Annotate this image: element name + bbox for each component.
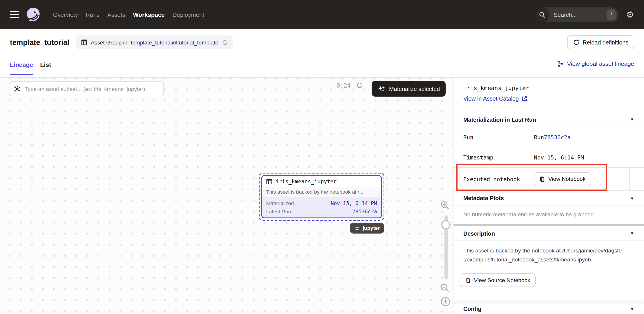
- nav-menu: Overview Runs Assets Workspace Deploymen…: [53, 11, 204, 18]
- view-in-asset-catalog-label: View in Asset Catalog: [463, 96, 519, 102]
- row-key: Timestamp: [454, 147, 528, 167]
- asset-subset-input[interactable]: [24, 85, 159, 92]
- sidebar-header: iris_kmeans_jupyter View in Asset Catalo…: [454, 78, 644, 112]
- nav-item-deployment[interactable]: Deployment: [172, 11, 204, 18]
- sidebar-asset-name: iris_kmeans_jupyter: [463, 85, 634, 91]
- jupyter-tag-label: jupyter: [362, 225, 380, 231]
- nav-item-runs[interactable]: Runs: [86, 11, 100, 18]
- nav-item-assets[interactable]: Assets: [107, 11, 125, 18]
- materialize-selected-button[interactable]: Materialize selected: [372, 81, 446, 97]
- asset-node-group: iris_kmeans_jupyter This asset is backed…: [259, 173, 384, 221]
- run-value-prefix: Run: [534, 134, 544, 140]
- asset-details-sidebar: iris_kmeans_jupyter View in Asset Catalo…: [454, 78, 644, 314]
- search-shortcut-badge: /: [607, 9, 616, 20]
- app-window: Overview Runs Assets Workspace Deploymen…: [0, 0, 644, 314]
- view-global-asset-lineage-link[interactable]: View global asset lineage: [557, 60, 634, 67]
- materialization-table: Run Run 78536c2a Timestamp Nov 15, 6:14 …: [454, 127, 644, 191]
- view-notebook-button[interactable]: View Notebook: [534, 172, 591, 186]
- page-title: template_tutorial: [10, 38, 69, 47]
- reload-definitions-label: Reload definitions: [583, 39, 628, 46]
- reload-definitions-button[interactable]: Reload definitions: [567, 35, 634, 49]
- row-key: Run: [454, 127, 528, 147]
- asset-node-selection[interactable]: iris_kmeans_jupyter This asset is backed…: [259, 173, 384, 221]
- section-title: Materialization in Last Run: [463, 116, 536, 123]
- view-global-asset-lineage-label: View global asset lineage: [567, 60, 634, 67]
- zoom-out-icon[interactable]: [440, 283, 450, 293]
- latest-run-link[interactable]: 78536c2a: [352, 208, 377, 214]
- table-row-executed-notebook: Executed notebook View Notebook: [454, 168, 644, 191]
- section-divider: [454, 224, 644, 226]
- section-description[interactable]: Description ▼: [454, 226, 644, 241]
- nav-right: Search... / ⚙: [535, 7, 634, 22]
- search-icon: [535, 7, 550, 22]
- jupyter-icon: [354, 225, 360, 231]
- tab-lineage[interactable]: Lineage: [10, 56, 33, 77]
- asset-subset-filter[interactable]: [9, 81, 164, 96]
- chevron-down-icon[interactable]: ▼: [630, 231, 634, 236]
- asset-group-grid-icon: [81, 39, 88, 46]
- reload-icon: [573, 39, 580, 46]
- section-title: Description: [463, 230, 495, 236]
- graph-refresh-icon[interactable]: [356, 82, 363, 89]
- description-text: This asset is backed by the notebook at …: [454, 241, 634, 264]
- chevron-down-icon[interactable]: ▼: [630, 196, 634, 200]
- section-metadata-plots[interactable]: Metadata Plots ▼: [454, 191, 644, 205]
- external-link-icon: [522, 96, 528, 102]
- top-nav: Overview Runs Assets Workspace Deploymen…: [0, 0, 644, 29]
- asset-lineage-graph[interactable]: 0:24 Materialize selected: [0, 78, 454, 314]
- breadcrumb-prefix: Asset Group in: [91, 39, 128, 45]
- tab-active-underline: [10, 74, 33, 75]
- latest-run-label: Latest Run: [266, 209, 291, 214]
- search-placeholder: Search...: [554, 11, 577, 18]
- nav-item-workspace[interactable]: Workspace: [133, 11, 165, 18]
- notebook-copy-icon: [465, 277, 471, 283]
- refresh-timer: 0:24: [336, 82, 351, 89]
- sparkle-icon: [378, 85, 386, 93]
- asset-node-stats: Materialized Nov 15, 6:14 PM Latest Run …: [262, 197, 381, 218]
- chevron-down-icon[interactable]: ▼: [630, 306, 634, 311]
- zoom-in-icon[interactable]: [440, 201, 450, 210]
- settings-gear-icon[interactable]: ⚙: [626, 10, 634, 19]
- section-config[interactable]: Config ▼: [454, 303, 644, 314]
- view-source-notebook-label: View Source Notebook: [474, 277, 530, 283]
- dagster-logo-icon[interactable]: [26, 7, 42, 23]
- tab-list[interactable]: List: [40, 56, 51, 77]
- breadcrumb-refresh-icon[interactable]: [222, 39, 228, 45]
- asset-node-name: iris_kmeans_jupyter: [276, 178, 336, 184]
- page-header: template_tutorial Asset Group in templat…: [0, 29, 644, 56]
- tabs-bar: Lineage List View global asset lineage: [0, 56, 644, 78]
- asset-node-description: This asset is backed by the notebook at …: [262, 187, 381, 197]
- section-title: Metadata Plots: [463, 195, 504, 201]
- table-row-run: Run Run 78536c2a: [454, 127, 644, 147]
- breadcrumb-repo-link[interactable]: template_tutorial@tutorial_template: [131, 39, 218, 45]
- timestamp-value: Nov 15, 6:14 PM: [528, 147, 584, 167]
- search-input[interactable]: Search... /: [535, 7, 619, 22]
- section-title: Config: [463, 305, 482, 312]
- cell-border: [629, 168, 630, 190]
- materialize-selected-label: Materialize selected: [389, 86, 440, 92]
- breadcrumb: Asset Group in template_tutorial@tutoria…: [76, 35, 233, 49]
- view-source-notebook-button[interactable]: View Source Notebook: [460, 273, 536, 287]
- table-row-timestamp: Timestamp Nov 15, 6:14 PM: [454, 147, 644, 168]
- fit-view-icon[interactable]: [441, 297, 450, 306]
- metadata-empty-message: No numeric metadata entries available to…: [454, 206, 644, 224]
- main-area: 0:24 Materialize selected: [0, 78, 644, 314]
- asset-graph-icon: [14, 85, 20, 92]
- chevron-down-icon[interactable]: ▼: [630, 117, 634, 122]
- lineage-icon: [557, 60, 564, 67]
- section-materialization-in-last-run[interactable]: Materialization in Last Run ▼: [454, 112, 644, 127]
- hamburger-menu-icon[interactable]: [10, 11, 19, 18]
- materialized-label: Materialized: [266, 200, 294, 206]
- materialized-timestamp: Nov 15, 6:14 PM: [331, 200, 377, 206]
- nav-item-overview[interactable]: Overview: [53, 11, 78, 18]
- asset-node[interactable]: iris_kmeans_jupyter This asset is backed…: [261, 175, 382, 218]
- jupyter-tag[interactable]: jupyter: [350, 223, 384, 234]
- row-key: Executed notebook: [454, 168, 528, 190]
- notebook-copy-icon: [539, 176, 545, 182]
- run-id-link[interactable]: 78536c2a: [544, 134, 570, 140]
- table-icon: [266, 178, 272, 184]
- zoom-slider-handle[interactable]: [441, 220, 450, 229]
- view-notebook-label: View Notebook: [548, 176, 586, 182]
- view-in-asset-catalog-link[interactable]: View in Asset Catalog: [463, 96, 528, 102]
